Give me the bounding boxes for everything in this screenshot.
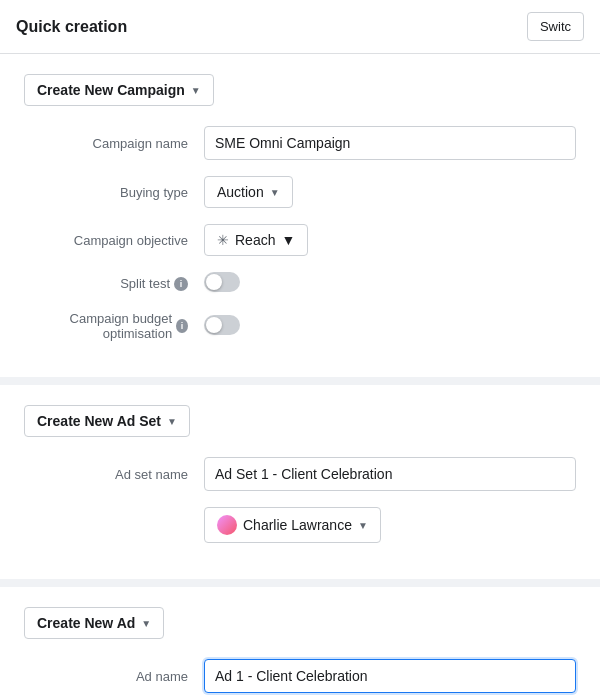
ad-dropdown-arrow-icon: ▼ bbox=[141, 618, 151, 629]
buying-type-label: Buying type bbox=[24, 185, 204, 200]
ad-set-name-input[interactable] bbox=[204, 457, 576, 491]
ad-set-section: Create New Ad Set ▼ Ad set name Charlie … bbox=[0, 385, 600, 579]
header: Quick creation Switc bbox=[0, 0, 600, 54]
split-test-info-icon[interactable]: i bbox=[174, 277, 188, 291]
objective-arrow-icon: ▼ bbox=[281, 232, 295, 248]
buying-type-dropdown[interactable]: Auction ▼ bbox=[204, 176, 293, 208]
campaign-section: Create New Campaign ▼ Campaign name Buyi… bbox=[0, 54, 600, 377]
ad-name-control bbox=[204, 659, 576, 693]
ad-set-name-label: Ad set name bbox=[24, 467, 204, 482]
ad-set-name-row: Ad set name bbox=[24, 457, 576, 491]
page-arrow-icon: ▼ bbox=[358, 520, 368, 531]
create-new-campaign-button[interactable]: Create New Campaign ▼ bbox=[24, 74, 214, 106]
campaign-name-control bbox=[204, 126, 576, 160]
buying-type-arrow-icon: ▼ bbox=[270, 187, 280, 198]
campaign-budget-info-icon[interactable]: i bbox=[176, 319, 188, 333]
campaign-budget-label: Campaign budget optimisation i bbox=[24, 311, 204, 341]
avatar bbox=[217, 515, 237, 535]
campaign-dropdown-arrow-icon: ▼ bbox=[191, 85, 201, 96]
create-ad-label: Create New Ad bbox=[37, 615, 135, 631]
page-name: Charlie Lawrance bbox=[243, 517, 352, 533]
switch-button[interactable]: Switc bbox=[527, 12, 584, 41]
split-test-control bbox=[204, 272, 576, 295]
buying-type-row: Buying type Auction ▼ bbox=[24, 176, 576, 208]
campaign-objective-control: ✳ Reach ▼ bbox=[204, 224, 576, 256]
campaign-objective-label: Campaign objective bbox=[24, 233, 204, 248]
campaign-objective-value: Reach bbox=[235, 232, 275, 248]
campaign-name-label: Campaign name bbox=[24, 136, 204, 151]
ad-set-dropdown-arrow-icon: ▼ bbox=[167, 416, 177, 427]
buying-type-control: Auction ▼ bbox=[204, 176, 576, 208]
split-test-row: Split test i bbox=[24, 272, 576, 295]
create-ad-set-label: Create New Ad Set bbox=[37, 413, 161, 429]
reach-icon: ✳ bbox=[217, 232, 229, 248]
ad-name-row: Ad name bbox=[24, 659, 576, 693]
page-selector-control: Charlie Lawrance ▼ bbox=[204, 507, 576, 543]
ad-name-input[interactable] bbox=[204, 659, 576, 693]
campaign-objective-row: Campaign objective ✳ Reach ▼ bbox=[24, 224, 576, 256]
campaign-objective-dropdown[interactable]: ✳ Reach ▼ bbox=[204, 224, 308, 256]
ad-section: Create New Ad ▼ Ad name bbox=[0, 587, 600, 698]
page-title: Quick creation bbox=[16, 18, 127, 36]
create-new-ad-set-button[interactable]: Create New Ad Set ▼ bbox=[24, 405, 190, 437]
page-container: Quick creation Switc Create New Campaign… bbox=[0, 0, 600, 698]
campaign-budget-toggle[interactable] bbox=[204, 315, 240, 335]
create-new-ad-button[interactable]: Create New Ad ▼ bbox=[24, 607, 164, 639]
split-test-toggle[interactable] bbox=[204, 272, 240, 292]
campaign-name-input[interactable] bbox=[204, 126, 576, 160]
page-selector-row: Charlie Lawrance ▼ bbox=[24, 507, 576, 543]
ad-set-name-control bbox=[204, 457, 576, 491]
split-test-label: Split test i bbox=[24, 276, 204, 291]
campaign-budget-control bbox=[204, 315, 576, 338]
page-selector-dropdown[interactable]: Charlie Lawrance ▼ bbox=[204, 507, 381, 543]
create-campaign-label: Create New Campaign bbox=[37, 82, 185, 98]
ad-name-label: Ad name bbox=[24, 669, 204, 684]
campaign-budget-row: Campaign budget optimisation i bbox=[24, 311, 576, 341]
buying-type-value: Auction bbox=[217, 184, 264, 200]
campaign-name-row: Campaign name bbox=[24, 126, 576, 160]
